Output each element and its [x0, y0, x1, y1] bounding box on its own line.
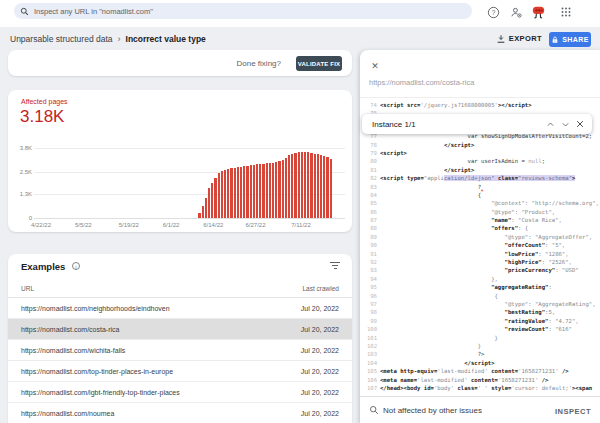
url-inspection-search[interactable]: Inspect any URL in "nomadlist.com" — [14, 3, 472, 19]
code-line: 102 } — [360, 342, 600, 350]
user-settings-icon[interactable] — [508, 4, 524, 20]
table-row[interactable]: https://nomadlist.com/neighborhoods/eind… — [8, 298, 352, 319]
chevron-up-icon[interactable] — [545, 119, 555, 129]
line-number: 84 — [360, 191, 377, 199]
lock-icon — [551, 36, 559, 44]
chart-bar[interactable] — [307, 152, 309, 218]
chart-bar[interactable] — [298, 152, 300, 218]
instance-close-icon[interactable] — [575, 119, 585, 129]
chart-bar[interactable] — [330, 159, 332, 218]
chart-bar[interactable] — [301, 152, 303, 218]
table-row[interactable]: https://nomadlist.com/lgbt-friendly-top-… — [8, 382, 352, 403]
code-line: 87 "name": "Costa Rica", — [360, 216, 600, 224]
chart-bar[interactable] — [240, 167, 242, 218]
chart-bar[interactable] — [266, 163, 268, 218]
share-button[interactable]: SHARE — [549, 32, 591, 47]
chart-bar[interactable] — [211, 183, 213, 218]
code-line: 80 var userIsAdmin = null; — [360, 157, 600, 165]
nomadlist-logo[interactable] — [529, 3, 547, 21]
done-fixing-label: Done fixing? — [237, 50, 281, 76]
last-crawled-date: Jul 20, 2022 — [301, 410, 339, 417]
apps-grid-icon[interactable] — [558, 4, 574, 20]
examples-card: Examples i URL Last crawled https://noma… — [8, 254, 352, 423]
examples-header: Examples i — [8, 254, 352, 278]
chart-bar[interactable] — [246, 166, 248, 219]
example-url: https://nomadlist.com/neighborhoods/eind… — [21, 305, 170, 312]
chart-bar[interactable] — [272, 163, 274, 218]
column-header-last-crawled: Last crawled — [303, 285, 340, 292]
validation-card: Done fixing? VALIDATE FIX — [8, 50, 352, 76]
chart-bar[interactable] — [282, 160, 284, 218]
chart-bar[interactable] — [205, 198, 207, 218]
column-header-url: URL — [21, 285, 34, 292]
info-icon[interactable]: i — [72, 262, 80, 270]
chart-bar[interactable] — [202, 206, 204, 218]
table-row[interactable]: https://nomadlist.com/top-tinder-places-… — [8, 361, 352, 382]
table-row[interactable]: https://nomadlist.com/noumeaJul 20, 2022 — [8, 403, 352, 423]
export-button[interactable]: EXPORT — [496, 27, 542, 50]
metric-label[interactable]: Affected pages — [21, 98, 68, 105]
chart-bar[interactable] — [237, 167, 239, 218]
code-line: 79<script> — [360, 149, 600, 157]
chart-bar[interactable] — [326, 157, 328, 218]
chart-xtick-label: 4/22/22 — [26, 222, 56, 228]
chart-bar[interactable] — [224, 170, 226, 218]
line-number: 81 — [360, 166, 377, 174]
chart-xtick-label: 5/19/22 — [114, 222, 144, 228]
chart-bar[interactable] — [250, 165, 252, 218]
table-row[interactable]: https://nomadlist.com/wichita-fallsJul 2… — [8, 340, 352, 361]
line-number: 100 — [360, 325, 377, 333]
chart-bar[interactable] — [230, 168, 232, 218]
breadcrumb-parent[interactable]: Unparsable structured data — [10, 34, 113, 44]
source-code-viewer[interactable]: 74<script src='/jquery.js?1688000005'></… — [360, 97, 600, 396]
chart-bar[interactable] — [320, 155, 322, 218]
line-number: 86 — [360, 208, 377, 216]
close-icon[interactable]: ✕ — [370, 61, 380, 71]
chart-bar[interactable] — [227, 169, 229, 218]
chart-bar[interactable] — [262, 164, 264, 218]
chart-bar[interactable] — [317, 154, 319, 218]
chart-bar[interactable] — [221, 171, 223, 218]
code-line: 107</head><body id='body' class=' ' styl… — [360, 384, 600, 392]
chart-bar[interactable] — [275, 162, 277, 218]
chart-bar[interactable] — [214, 178, 216, 218]
chart-bar[interactable] — [256, 164, 258, 218]
chart-bar[interactable] — [291, 154, 293, 218]
code-line: 95 "aggregateRating": — [360, 283, 600, 291]
inspect-button[interactable]: INSPECT — [555, 407, 591, 416]
line-number: 87 — [360, 216, 377, 224]
chart-bar[interactable] — [208, 188, 210, 218]
chevron-down-icon[interactable] — [560, 119, 570, 129]
line-number: 79 — [360, 149, 377, 157]
chart-bar[interactable] — [310, 153, 312, 218]
share-label: SHARE — [562, 36, 589, 43]
export-label: EXPORT — [509, 34, 542, 43]
chart-bar[interactable] — [304, 152, 306, 218]
code-line: 99 "ratingValue": "4.72", — [360, 317, 600, 325]
chart-bar[interactable] — [198, 213, 200, 218]
chart-bar[interactable] — [285, 158, 287, 218]
chart-bar[interactable] — [269, 163, 271, 218]
chart-xtick-label: 6/27/22 — [241, 222, 271, 228]
line-number: 83 — [360, 183, 377, 191]
chart-bar[interactable] — [314, 154, 316, 218]
chart-bar[interactable] — [323, 156, 325, 218]
inspected-url[interactable]: https://nomadlist.com/costa-rica — [369, 78, 474, 87]
line-number: 107 — [360, 384, 377, 392]
line-number: 90 — [360, 241, 377, 249]
help-icon[interactable]: ? — [485, 4, 501, 20]
filter-icon[interactable] — [330, 262, 340, 270]
table-row[interactable]: https://nomadlist.com/costa-ricaJul 20, … — [8, 319, 352, 340]
chart-bar[interactable] — [234, 168, 236, 218]
validate-fix-button[interactable]: VALIDATE FIX — [296, 56, 342, 71]
chart-bar[interactable] — [253, 165, 255, 218]
chart-bar[interactable] — [294, 153, 296, 218]
breadcrumb-separator-icon: › — [118, 34, 121, 44]
chart-bar[interactable] — [218, 173, 220, 218]
chart-bar[interactable] — [259, 164, 261, 218]
chart-bar[interactable] — [278, 161, 280, 218]
line-number: 99 — [360, 317, 377, 325]
chart-bar[interactable] — [243, 166, 245, 218]
last-crawled-date: Jul 20, 2022 — [301, 389, 339, 396]
chart-bar[interactable] — [288, 155, 290, 218]
